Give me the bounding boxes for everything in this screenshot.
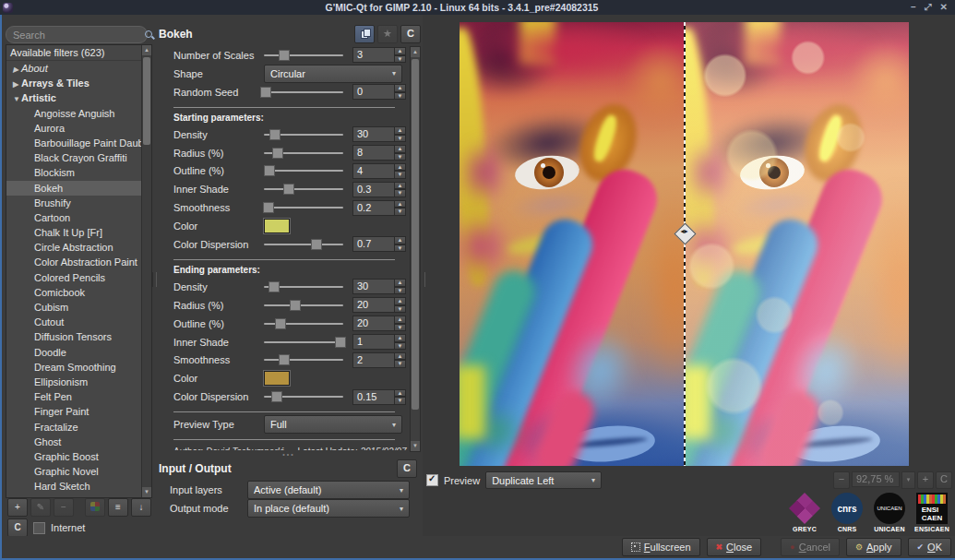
- close-button[interactable]: ✖Close: [707, 538, 762, 556]
- search-field[interactable]: [6, 26, 148, 43]
- preview-mode-select[interactable]: Duplicate Left ▾: [485, 471, 602, 489]
- copy-command-button[interactable]: [354, 25, 375, 43]
- params-io-splitter[interactable]: •••: [157, 452, 421, 459]
- spin-up-icon[interactable]: ▲: [394, 297, 406, 305]
- spin-down-icon[interactable]: ▼: [394, 208, 406, 216]
- preview-checkbox[interactable]: [426, 474, 438, 486]
- param-spinbox[interactable]: 0.2▲▼: [352, 200, 406, 216]
- filter-category[interactable]: ▶About: [6, 61, 142, 76]
- search-input[interactable]: [6, 30, 144, 41]
- param-value[interactable]: 30: [352, 279, 394, 294]
- spin-down-icon[interactable]: ▼: [394, 324, 406, 332]
- refresh-filters-button[interactable]: C: [7, 518, 28, 537]
- param-select[interactable]: Full▾: [264, 415, 402, 434]
- color-swatch-button[interactable]: [264, 219, 290, 233]
- spin-up-icon[interactable]: ▲: [394, 47, 406, 55]
- param-spinbox[interactable]: 4▲▼: [352, 163, 406, 179]
- slider-handle[interactable]: [260, 87, 271, 98]
- filter-item[interactable]: Color Abstraction Paint: [6, 255, 142, 269]
- preview-splitter[interactable]: [420, 272, 425, 287]
- fullscreen-button[interactable]: Fullscreen: [622, 538, 700, 556]
- spin-down-icon[interactable]: ▼: [394, 189, 406, 197]
- param-spinbox[interactable]: 0.7▲▼: [352, 236, 406, 252]
- internet-checkbox[interactable]: [33, 522, 45, 534]
- spin-down-icon[interactable]: ▼: [394, 92, 406, 101]
- slider-handle[interactable]: [269, 281, 280, 292]
- spin-up-icon[interactable]: ▲: [394, 279, 406, 287]
- param-slider[interactable]: [264, 296, 343, 315]
- param-spinbox[interactable]: 20▲▼: [352, 297, 406, 313]
- param-value[interactable]: 1: [352, 334, 394, 350]
- param-slider[interactable]: [264, 315, 343, 333]
- spin-up-icon[interactable]: ▲: [394, 163, 406, 172]
- spin-up-icon[interactable]: ▲: [394, 316, 406, 324]
- slider-handle[interactable]: [269, 129, 281, 140]
- param-spinbox[interactable]: 0.3▲▼: [352, 182, 406, 197]
- filter-item[interactable]: Felt Pen: [6, 389, 142, 404]
- spin-down-icon[interactable]: ▼: [394, 287, 406, 295]
- filter-item[interactable]: Ellipsionism: [6, 375, 142, 389]
- filter-item[interactable]: Ghost: [6, 435, 142, 449]
- slider-handle[interactable]: [271, 391, 282, 402]
- maximize-button[interactable]: ⤢: [925, 0, 932, 15]
- minimize-button[interactable]: –: [911, 0, 916, 15]
- filter-item[interactable]: Comicbook: [6, 285, 142, 300]
- param-spinbox[interactable]: 0▲▼: [352, 84, 406, 100]
- io-reset-button[interactable]: C: [397, 459, 417, 478]
- param-slider[interactable]: [264, 144, 343, 162]
- spin-down-icon[interactable]: ▼: [394, 305, 406, 314]
- params-scrollbar[interactable]: ▲ ▼: [410, 46, 421, 452]
- filter-item[interactable]: Blockism: [6, 165, 142, 180]
- close-window-button[interactable]: ✕: [940, 0, 948, 15]
- filter-item[interactable]: Bokeh: [6, 181, 142, 196]
- param-value[interactable]: 20: [352, 316, 394, 331]
- filter-category[interactable]: ▼Artistic: [6, 90, 142, 105]
- param-slider[interactable]: [264, 180, 343, 198]
- param-slider[interactable]: [264, 387, 343, 406]
- spin-down-icon[interactable]: ▼: [394, 360, 406, 368]
- filter-category[interactable]: ▶Arrays & Tiles: [6, 76, 142, 90]
- param-slider[interactable]: [264, 351, 343, 369]
- spin-down-icon[interactable]: ▼: [394, 397, 406, 405]
- param-spinbox[interactable]: 30▲▼: [352, 126, 406, 142]
- color-swatch-button[interactable]: [264, 371, 290, 386]
- slider-handle[interactable]: [275, 318, 286, 329]
- filter-item[interactable]: Black Crayon Graffiti: [6, 150, 142, 165]
- spin-up-icon[interactable]: ▲: [394, 200, 406, 209]
- filter-item[interactable]: Highlight Bloom: [6, 494, 142, 497]
- param-slider[interactable]: [264, 83, 343, 101]
- param-slider[interactable]: [264, 333, 343, 351]
- filter-item[interactable]: Cartoon: [6, 210, 142, 225]
- param-slider[interactable]: [264, 235, 343, 254]
- scrollbar-thumb[interactable]: [412, 59, 419, 410]
- scroll-up-icon[interactable]: ▲: [411, 47, 420, 57]
- param-spinbox[interactable]: 20▲▼: [352, 316, 406, 331]
- param-slider[interactable]: [264, 278, 343, 296]
- spin-down-icon[interactable]: ▼: [394, 135, 406, 143]
- spin-down-icon[interactable]: ▼: [394, 171, 406, 179]
- param-value[interactable]: 2: [352, 352, 394, 368]
- param-slider[interactable]: [264, 161, 343, 180]
- param-value[interactable]: 30: [352, 126, 394, 142]
- param-spinbox[interactable]: 0.15▲▼: [352, 389, 406, 405]
- spin-down-icon[interactable]: ▼: [394, 244, 406, 253]
- output-mode-select[interactable]: In place (default) ▾: [247, 499, 410, 518]
- spin-down-icon[interactable]: ▼: [394, 153, 406, 161]
- filter-item[interactable]: Hard Sketch: [6, 479, 142, 494]
- spin-up-icon[interactable]: ▲: [394, 334, 406, 342]
- param-slider[interactable]: [264, 46, 343, 65]
- filter-item[interactable]: Doodle: [6, 345, 142, 360]
- param-value[interactable]: 8: [352, 145, 394, 161]
- slider-handle[interactable]: [311, 239, 322, 250]
- filter-item[interactable]: Graphic Novel: [6, 464, 142, 479]
- filter-item[interactable]: Diffusion Tensors: [6, 329, 142, 344]
- filter-item[interactable]: Angoisse Anguish: [6, 106, 142, 121]
- scrollbar-thumb[interactable]: [143, 57, 150, 145]
- param-spinbox[interactable]: 8▲▼: [352, 145, 406, 161]
- slider-handle[interactable]: [264, 165, 275, 176]
- filter-scrollbar[interactable]: ▲ ▼: [141, 45, 151, 497]
- param-value[interactable]: 3: [352, 47, 394, 63]
- filter-item[interactable]: Aurora: [6, 121, 142, 136]
- scroll-down-icon[interactable]: ▼: [411, 441, 420, 451]
- filter-item[interactable]: Dream Smoothing: [6, 360, 142, 375]
